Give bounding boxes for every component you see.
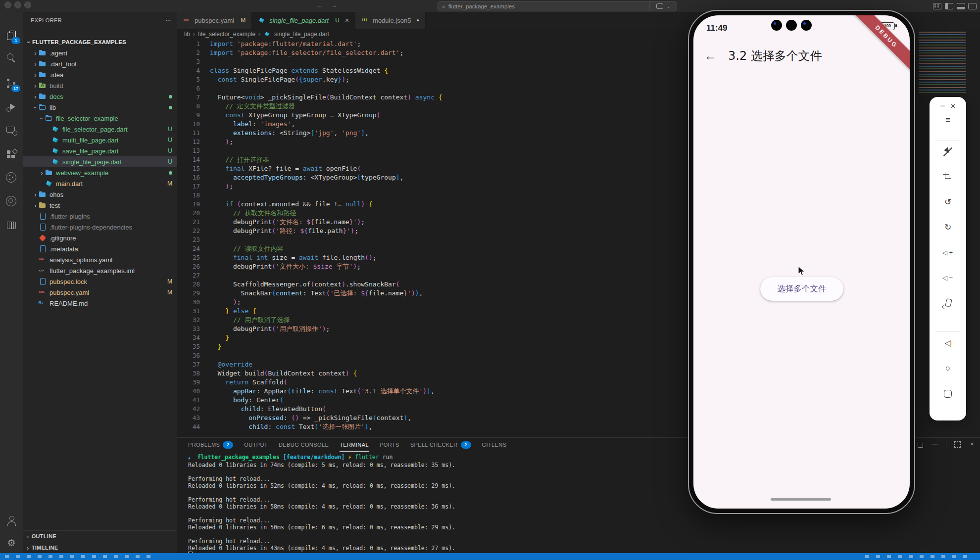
emulator-crop-icon[interactable] <box>942 172 953 183</box>
activity-extensions-icon[interactable] <box>5 148 17 160</box>
git-status-badge: U <box>168 137 172 143</box>
file-icon <box>39 223 47 231</box>
camera-dot-center <box>786 20 797 31</box>
yaml-icon <box>39 288 47 296</box>
tree-item-file_selector_example[interactable]: ›file_selector_example <box>23 113 177 124</box>
maximize-icon[interactable] <box>953 440 961 448</box>
tree-item-.dart_tool[interactable]: ›.dart_tool <box>23 58 177 69</box>
activity-run-debug-icon[interactable] <box>5 101 17 113</box>
line-number: 31 <box>177 307 210 316</box>
activity-container-icon[interactable] <box>5 219 17 231</box>
tree-item-multi_file_page.dart[interactable]: multi_file_page.dartU <box>23 135 177 145</box>
tree-item-save_file_page.dart[interactable]: save_file_page.dartU <box>23 145 177 156</box>
breadcrumb-part[interactable]: file_selector_example <box>198 31 255 38</box>
close-icon[interactable]: × <box>345 16 349 24</box>
tree-item-webview_example[interactable]: ›webview_example <box>23 167 177 178</box>
tree-item-.agent[interactable]: ›.agent <box>23 47 177 58</box>
activity-gitlens-inspect-icon[interactable] <box>5 195 17 207</box>
panel-tab-gitlens[interactable]: GITLENS <box>482 438 507 452</box>
panel-tab-spell-checker[interactable]: SPELL CHECKER2 <box>410 438 471 452</box>
camera-dot-left <box>771 20 782 31</box>
activity-gitlens-icon[interactable] <box>5 172 17 184</box>
panel-tab-output[interactable]: OUTPUT <box>244 438 268 452</box>
tree-item-README.md[interactable]: README.md <box>23 298 177 309</box>
tab-pubspec.yaml[interactable]: pubspec.yamlM <box>177 12 252 29</box>
breadcrumb-part[interactable]: lib <box>184 31 190 38</box>
activity-source-control-icon[interactable]: 17 <box>5 78 17 90</box>
emulator-minimize-icon[interactable]: − <box>937 101 948 112</box>
explorer-more-icon[interactable]: ⋯ <box>166 17 171 24</box>
customize-layout-icon[interactable] <box>933 3 941 9</box>
activity-account-icon[interactable] <box>5 514 17 526</box>
window-minimize-light[interactable] <box>14 1 21 8</box>
activity-settings-icon[interactable]: ⚙ <box>5 537 17 549</box>
tree-item-ohos[interactable]: ›ohos <box>23 189 177 200</box>
emulator-menu-icon[interactable]: ≡ <box>942 115 953 126</box>
line-number: 19 <box>177 200 210 209</box>
panel-tab-ports[interactable]: PORTS <box>380 438 399 452</box>
close-icon[interactable]: × <box>968 440 976 448</box>
emulator-rotate-left-icon[interactable]: ↺ <box>942 197 953 208</box>
history-back-icon[interactable]: ← <box>317 1 323 9</box>
emulator-close-icon[interactable]: × <box>948 101 958 112</box>
section-timeline[interactable]: ›TIMELINE <box>23 542 177 553</box>
editor-minimap[interactable] <box>919 32 966 95</box>
activity-explorer-icon[interactable]: 1 <box>5 30 17 42</box>
tab-module.json5[interactable]: module.json5● <box>355 12 426 29</box>
git-status-badge: M <box>241 17 245 24</box>
home-indicator[interactable] <box>771 498 831 501</box>
separator <box>946 441 946 448</box>
tree-item-.gitignore[interactable]: .gitignore <box>23 233 177 243</box>
panel-tab-debug-console[interactable]: DEBUG CONSOLE <box>279 438 329 452</box>
line-number: 18 <box>177 191 210 200</box>
activity-search-icon[interactable] <box>5 52 17 64</box>
panel-tab-label: SPELL CHECKER <box>410 442 458 448</box>
emulator-nav-home-icon[interactable]: ○ <box>942 363 953 374</box>
tree-item-test[interactable]: ›test <box>23 200 177 211</box>
pick-multiple-files-button[interactable]: 选择多个文件 <box>760 277 843 301</box>
window-close-light[interactable] <box>4 1 11 8</box>
explorer-tree: ›FLUTTER_PACKAGE_EXAMPLES›.agent›.dart_t… <box>23 37 177 309</box>
tree-root[interactable]: ›FLUTTER_PACKAGE_EXAMPLES <box>23 37 177 47</box>
trash-icon[interactable] <box>916 440 924 448</box>
tree-item-single_file_page.dart[interactable]: single_file_page.dartU <box>23 156 177 167</box>
toggle-panel-icon[interactable] <box>957 3 965 9</box>
tree-item-pubspec.yaml[interactable]: pubspec.yamlM <box>23 287 177 298</box>
tree-item-analysis_options.yaml[interactable]: analysis_options.yaml <box>23 254 177 265</box>
breadcrumb-file[interactable]: single_file_page.dart <box>274 31 329 38</box>
emulator-volume-down-icon[interactable] <box>942 273 953 283</box>
tree-item-flutter_package_examples.iml[interactable]: flutter_package_examples.iml <box>23 265 177 276</box>
tree-item-.flutter-plugins[interactable]: .flutter-plugins <box>23 211 177 222</box>
tree-item-file_selector_page.dart[interactable]: file_selector_page.dartU <box>23 124 177 135</box>
panel-tab-terminal[interactable]: TERMINAL <box>340 438 369 452</box>
tree-item-build[interactable]: ›build <box>23 80 177 91</box>
tree-item-.metadata[interactable]: .metadata <box>23 243 177 254</box>
toggle-secondary-sidebar-icon[interactable] <box>968 3 977 9</box>
tree-item-lib[interactable]: ›lib <box>23 102 177 113</box>
status-bar[interactable] <box>0 553 980 560</box>
tree-item-.idea[interactable]: ›.idea <box>23 69 177 80</box>
command-center-search[interactable]: ⌕ flutter_package_examples <box>438 1 653 11</box>
activity-remote-explorer-icon[interactable] <box>5 125 17 137</box>
tree-item-main.dart[interactable]: main.dartM <box>23 178 177 189</box>
back-arrow-icon[interactable]: ← <box>704 49 716 63</box>
more-icon[interactable]: ⋯ <box>931 440 939 448</box>
copilot-chat-button[interactable]: ⌄ <box>649 1 677 11</box>
tree-item-.flutter-plugins-dependencies[interactable]: .flutter-plugins-dependencies <box>23 222 177 233</box>
emulator-shake-icon[interactable] <box>942 298 953 309</box>
emulator-rotate-right-icon[interactable]: ↻ <box>942 222 953 233</box>
tree-item-docs[interactable]: ›docs <box>23 91 177 102</box>
dirty-dot-icon[interactable]: ● <box>416 18 419 23</box>
status-right-glyphs <box>865 555 974 558</box>
emulator-nav-recents-icon[interactable] <box>942 388 953 399</box>
toggle-sidebar-icon[interactable] <box>945 3 953 9</box>
tree-item-pubspec.lock[interactable]: pubspec.lockM <box>23 276 177 287</box>
tab-single_file_page.dart[interactable]: single_file_page.dartU× <box>252 12 355 29</box>
emulator-touch-off-icon[interactable] <box>942 146 953 157</box>
emulator-volume-up-icon[interactable] <box>942 247 953 258</box>
section-outline[interactable]: ›OUTLINE <box>23 530 177 542</box>
window-zoom-light[interactable] <box>24 1 31 8</box>
history-forward-icon[interactable]: → <box>331 1 337 9</box>
panel-tab-problems[interactable]: PROBLEMS2 <box>188 438 233 452</box>
emulator-nav-back-icon[interactable]: ◁ <box>942 338 953 349</box>
